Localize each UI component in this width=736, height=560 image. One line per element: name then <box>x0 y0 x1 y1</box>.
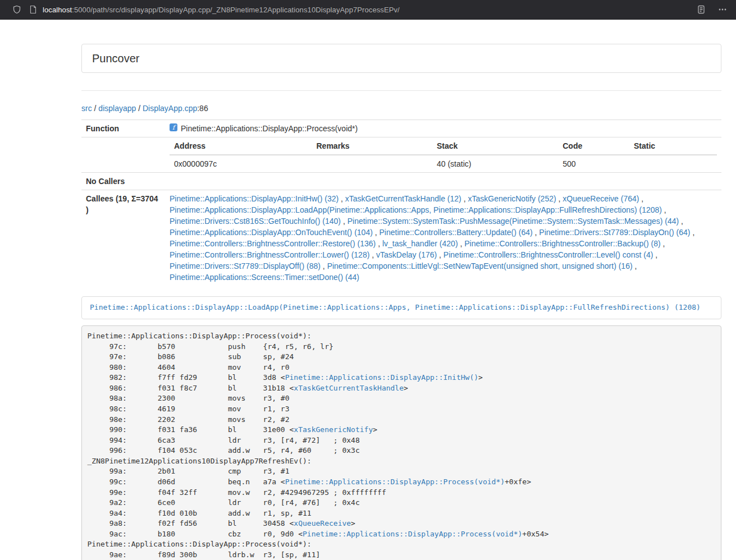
no-callers-row: No Callers <box>81 173 721 190</box>
breadcrumb-link[interactable]: displayapp <box>98 104 136 113</box>
disassembly-symbol-link[interactable]: Pinetime::Applications::DisplayApp::Init… <box>285 373 478 382</box>
browser-toolbar: localhost:5000/path/src/displayapp/Displ… <box>0 0 736 20</box>
function-name: Pinetime::Applications::DisplayApp::Proc… <box>181 123 358 134</box>
function-detail-table: Function f Pinetime::Applications::Displ… <box>81 120 721 286</box>
callee-link[interactable]: Pinetime::System::SystemTask::PushMessag… <box>348 217 679 226</box>
app-title-panel: Puncover <box>81 44 721 73</box>
divider <box>81 90 721 91</box>
column-remarks: Remarks <box>312 137 433 155</box>
disassembly-symbol-link[interactable]: Pinetime::Applications::DisplayApp::Proc… <box>285 478 505 486</box>
callee-link[interactable]: xTaskGetCurrentTaskHandle (12) <box>345 194 461 203</box>
breadcrumb-link[interactable]: src <box>81 104 92 113</box>
remarks-value <box>312 155 433 172</box>
callee-link[interactable]: Pinetime::Applications::DisplayApp::Init… <box>170 194 339 203</box>
highlighted-callee-panel: Pinetime::Applications::DisplayApp::Load… <box>81 296 721 319</box>
callees-list: Pinetime::Applications::DisplayApp::Init… <box>165 190 721 286</box>
callee-link[interactable]: Pinetime::Components::LittleVgl::SetNewT… <box>327 261 633 270</box>
highlighted-callee-link[interactable]: Pinetime::Applications::DisplayApp::Load… <box>90 303 701 311</box>
callee-link[interactable]: Pinetime::Drivers::Cst816S::GetTouchInfo… <box>170 217 341 226</box>
disassembly-block: Pinetime::Applications::DisplayApp::Proc… <box>81 325 721 560</box>
column-code: Code <box>558 137 629 155</box>
callee-link[interactable]: Pinetime::Controllers::BrightnessControl… <box>444 250 653 259</box>
function-row: Function f Pinetime::Applications::Displ… <box>81 120 721 137</box>
callee-link[interactable]: Pinetime::Applications::DisplayApp::OnTo… <box>170 228 373 237</box>
shield-icon[interactable] <box>12 5 21 14</box>
callee-link[interactable]: lv_task_handler (420) <box>382 239 458 248</box>
disassembly-symbol-link[interactable]: Pinetime::Applications::DisplayApp::Proc… <box>303 530 522 538</box>
callee-link[interactable]: Pinetime::Drivers::St7789::DisplayOff() … <box>170 261 321 270</box>
column-static: Static <box>629 137 717 155</box>
disassembly-symbol-link[interactable]: xTaskGenericNotify <box>294 425 373 434</box>
stack-value: 40 (static) <box>432 155 558 172</box>
function-icon: f <box>170 123 177 134</box>
menu-icon[interactable] <box>718 5 727 14</box>
callee-link[interactable]: vTaskDelay (176) <box>376 250 437 259</box>
metrics-table: Address Remarks Stack Code Static 0x0000… <box>170 137 717 172</box>
callee-link[interactable]: xTaskGenericNotify (252) <box>468 194 556 203</box>
code-value: 500 <box>558 155 629 172</box>
callee-link[interactable]: Pinetime::Controllers::BrightnessControl… <box>170 239 376 248</box>
address-value: 0x0000097c <box>170 155 312 172</box>
function-label: Function <box>81 120 165 137</box>
no-callers-label: No Callers <box>81 173 165 190</box>
url-host: localhost <box>43 6 72 14</box>
breadcrumb-link[interactable]: DisplayApp.cpp <box>143 104 197 113</box>
metrics-value-row: 0x0000097c 40 (static) 500 <box>170 155 717 172</box>
breadcrumb: src / displayapp / DisplayApp.cpp:86 <box>81 103 721 114</box>
column-stack: Stack <box>432 137 558 155</box>
page-content: Puncover src / displayapp / DisplayApp.c… <box>81 44 721 560</box>
callee-link[interactable]: Pinetime::Controllers::BrightnessControl… <box>464 239 660 248</box>
disassembly-symbol-link[interactable]: xTaskGetCurrentTaskHandle <box>294 384 404 392</box>
metrics-row: Address Remarks Stack Code Static 0x0000… <box>81 137 721 173</box>
callee-link[interactable]: Pinetime::Applications::Screens::Timer::… <box>170 273 359 282</box>
callees-label: Callees (19, Σ=3704 ) <box>81 190 165 286</box>
callee-link[interactable]: Pinetime::Applications::DisplayApp::Load… <box>170 205 662 214</box>
address-bar[interactable]: localhost:5000/path/src/displayapp/Displ… <box>43 6 691 14</box>
page-icon <box>29 5 37 14</box>
callee-link[interactable]: Pinetime::Controllers::Battery::Update()… <box>380 228 533 237</box>
static-value <box>629 155 717 172</box>
metrics-header-row: Address Remarks Stack Code Static <box>170 137 717 155</box>
url-path: :5000/path/src/displayapp/DisplayApp.cpp… <box>72 6 400 14</box>
disassembly-symbol-link[interactable]: xQueueReceive <box>294 519 351 527</box>
page-title: Puncover <box>92 52 711 65</box>
column-address: Address <box>170 137 312 155</box>
callee-link[interactable]: xQueueReceive (764) <box>563 194 639 203</box>
callee-link[interactable]: Pinetime::Controllers::BrightnessControl… <box>170 250 369 259</box>
callees-row: Callees (19, Σ=3704 ) Pinetime::Applicat… <box>81 190 721 286</box>
callee-link[interactable]: Pinetime::Drivers::St7789::DisplayOn() (… <box>539 228 690 237</box>
reader-mode-icon[interactable] <box>697 5 706 14</box>
